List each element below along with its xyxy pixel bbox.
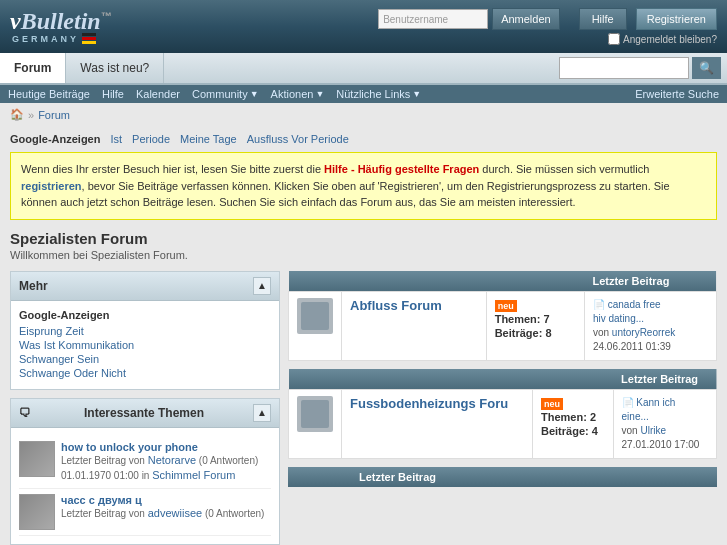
breadcrumb-sep: » — [28, 109, 34, 121]
lastpost-link1-1[interactable]: canada free — [608, 299, 661, 310]
subnav-hilfe[interactable]: Hilfe — [102, 88, 124, 100]
nav-search-input[interactable] — [559, 57, 689, 79]
beitraege-val-1: 8 — [545, 327, 551, 339]
subnav-heutige[interactable]: Heutige Beiträge — [8, 88, 90, 100]
subnav-aktionen[interactable]: Aktionen ▼ — [271, 88, 325, 100]
subnav-erweiterte[interactable]: Erweiterte Suche — [635, 88, 719, 100]
topic-title-2[interactable]: часс с двумя ц — [61, 494, 264, 506]
topic-meta-letzter-2: Letzter Beitrag von — [61, 508, 148, 519]
sidebar-ad-schwanger[interactable]: Schwanger Sein — [19, 353, 271, 365]
topic-avatar-img-1 — [19, 441, 55, 477]
tab-forum[interactable]: Forum — [0, 53, 66, 83]
lastpost-author-2[interactable]: Ulrike — [640, 425, 666, 436]
forum-name-2[interactable]: Fussbodenheizungs Foru — [350, 396, 524, 411]
subnav-community[interactable]: Community ▼ — [192, 88, 259, 100]
lastpost-link2-2[interactable]: eine... — [622, 411, 649, 422]
forum-header-cell-2 — [289, 369, 614, 390]
registrieren-button[interactable]: Registrieren — [636, 8, 717, 30]
forum-icon-1 — [297, 298, 333, 334]
tab-wasistsneu[interactable]: Was ist neu? — [66, 53, 164, 83]
subnav-nuetzliche[interactable]: Nützliche Links ▼ — [336, 88, 421, 100]
remember-checkbox[interactable] — [608, 33, 620, 45]
forum-icon-inner-2 — [301, 400, 329, 428]
sidebar-topics-icon: 🗨 — [19, 406, 31, 420]
ad-label: Google-Anzeigen — [10, 133, 100, 145]
anmelden-button[interactable]: Anmelden — [492, 8, 560, 30]
themen-label-2: Themen: — [541, 411, 587, 423]
sidebar-ad-eisprung[interactable]: Eisprung Zeit — [19, 325, 271, 337]
forum-lastpost-cell-2: 📄 Kann ich eine... von Ulrike 27.01.2010… — [613, 389, 716, 458]
home-icon[interactable]: 🏠 — [10, 108, 24, 121]
warning-text-before: Wenn dies Ihr erster Besuch hier ist, le… — [21, 163, 324, 175]
last-post-1: 📄 canada free hiv dating... von untoryRe… — [593, 298, 708, 354]
forum-header-row-2: Letzter Beitrag — [289, 369, 717, 390]
doc-icon-1: 📄 — [593, 299, 605, 310]
forum-header-row-3: Letzter Beitrag — [288, 467, 717, 487]
right-panels: Letzter Beitrag Abfluss Forum neu T — [288, 271, 717, 546]
beitraege-label-1: Beiträge: — [495, 327, 543, 339]
logo-germany: GERMANY — [10, 33, 112, 44]
logo: vBulletin™ GERMANY — [10, 9, 112, 44]
flag-red — [82, 37, 96, 40]
subnav-kalender[interactable]: Kalender — [136, 88, 180, 100]
breadcrumb-forum[interactable]: Forum — [38, 109, 70, 121]
warning-box: Wenn dies Ihr erster Besuch hier ist, le… — [10, 152, 717, 220]
forum-header-cell-1 — [289, 271, 585, 292]
themen-val-1: 7 — [544, 313, 550, 325]
nav-search-area: 🔍 — [553, 53, 727, 83]
warning-link-hilfe[interactable]: Hilfe - Häufig gestellte Fragen — [324, 163, 479, 175]
lastpost-link2-1[interactable]: hiv dating... — [593, 313, 644, 324]
forum-name-1[interactable]: Abfluss Forum — [350, 298, 478, 313]
beitraege-val-2: 4 — [592, 425, 598, 437]
forum-header-cell-3 — [288, 467, 351, 487]
forum-stats-cell-1: neu Themen: 7 Beiträge: 8 — [486, 291, 584, 360]
lastpost-author-1[interactable]: untoryReorrek — [612, 327, 675, 338]
topic-info-2: часс с двумя ц Letzter Beitrag von advew… — [61, 494, 264, 530]
sidebar-ad-kommunikation[interactable]: Was Ist Kommunikation — [19, 339, 271, 351]
ad-link-meine[interactable]: Meine Tage — [180, 133, 237, 145]
germany-text: GERMANY — [12, 34, 79, 44]
sidebar-more-toggle[interactable]: ▲ — [253, 277, 271, 295]
sidebar-topics-content: how to unlock your phone Letzter Beitrag… — [11, 428, 279, 545]
lastpost-date-1: 24.06.2011 01:39 — [593, 341, 671, 352]
ad-link-ausfluss[interactable]: Ausfluss Vor Periode — [247, 133, 349, 145]
forum-table-3: Letzter Beitrag — [288, 467, 717, 487]
subnav-left: Heutige Beiträge Hilfe Kalender Communit… — [8, 88, 421, 100]
breadcrumb: 🏠 » Forum — [0, 103, 727, 126]
forum-stats-2: Themen: 2 Beiträge: 4 — [541, 411, 598, 437]
username-input[interactable] — [378, 9, 488, 29]
sidebar-more-box: Mehr ▲ Google-Anzeigen Eisprung Zeit Was… — [10, 271, 280, 390]
topic-count-2: (0 Antworten) — [205, 508, 264, 519]
sidebar-ad-schwange[interactable]: Schwange Oder Nicht — [19, 367, 271, 379]
topic-item-2: часс с двумя ц Letzter Beitrag von advew… — [19, 489, 271, 536]
search-button[interactable]: 🔍 — [692, 57, 721, 79]
hilfe-button[interactable]: Hilfe — [579, 8, 627, 30]
logo-v: v — [10, 8, 21, 34]
ad-link-periode[interactable]: Periode — [132, 133, 170, 145]
login-row: Anmelden Hilfe Registrieren — [378, 8, 717, 30]
topic-author-1[interactable]: Netorarve — [148, 454, 196, 466]
forum-header-lastpost-3: Letzter Beitrag — [351, 467, 717, 487]
warning-text-after: durch. Sie müssen sich vermutlich — [479, 163, 649, 175]
forum-title: Spezialisten Forum — [10, 230, 717, 247]
topic-avatar-img-2 — [19, 494, 55, 530]
topic-forum-1[interactable]: Schimmel Forum — [152, 469, 235, 481]
ad-link-ist[interactable]: Ist — [110, 133, 122, 145]
forum-row-1: Abfluss Forum neu Themen: 7 Beiträge: 8 … — [289, 291, 717, 360]
warning-link-reg[interactable]: registrieren — [21, 180, 82, 192]
new-icon-1: neu — [495, 300, 517, 312]
site-header: vBulletin™ GERMANY Anmelden Hilfe Regist… — [0, 0, 727, 53]
forum-icon-2 — [297, 396, 333, 432]
topic-info-1: how to unlock your phone Letzter Beitrag… — [61, 441, 258, 484]
topic-title-1[interactable]: how to unlock your phone — [61, 441, 258, 453]
aktionen-arrow: ▼ — [315, 89, 324, 99]
forum-info-cell-2: Fussbodenheizungs Foru — [342, 389, 533, 458]
topic-author-2[interactable]: advewiisee — [148, 507, 202, 519]
forum-header-lastpost-1: Letzter Beitrag — [584, 271, 716, 292]
lastpost-date-2: 27.01.2010 17:00 — [622, 439, 700, 450]
lastpost-link1-2[interactable]: Kann ich — [636, 397, 675, 408]
topic-item-1: how to unlock your phone Letzter Beitrag… — [19, 436, 271, 490]
sidebar-topics-toggle[interactable]: ▲ — [253, 404, 271, 422]
flag-gold — [82, 41, 96, 44]
topic-avatar-2 — [19, 494, 55, 530]
